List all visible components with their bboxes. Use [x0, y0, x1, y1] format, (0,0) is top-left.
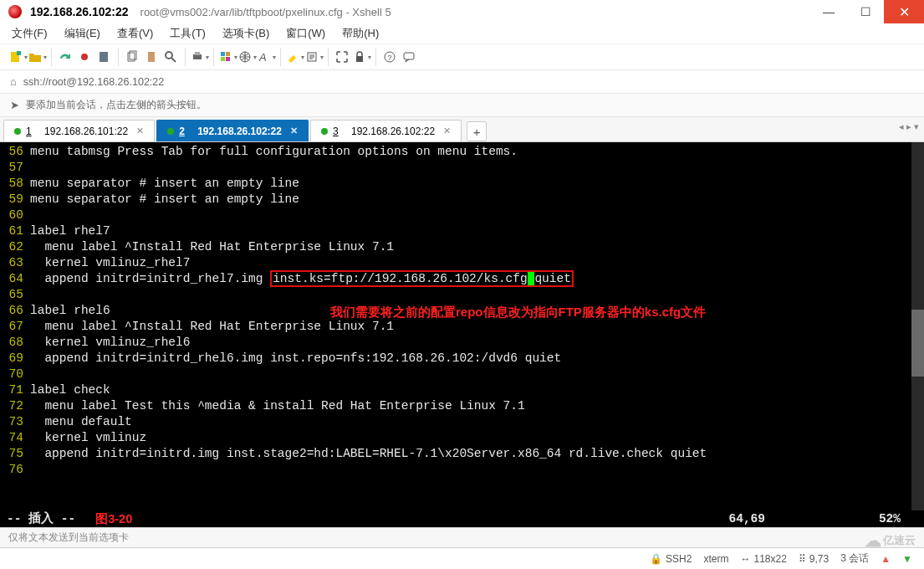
svg-rect-18: [356, 56, 363, 62]
svg-text:A: A: [258, 51, 267, 64]
encoding-button[interactable]: [237, 48, 256, 66]
menu-help[interactable]: 帮助(H): [339, 23, 382, 44]
terminal-line: 71label check: [0, 382, 924, 398]
terminal-line: 65: [0, 287, 924, 303]
find-button[interactable]: [161, 48, 180, 66]
properties-button[interactable]: [94, 48, 113, 66]
compose-placeholder: 仅将文本发送到当前选项卡: [8, 531, 129, 545]
terminal-line: 62 menu label ^Install Red Hat Enterpris…: [0, 239, 924, 255]
disconnect-button[interactable]: [75, 48, 94, 66]
new-session-button[interactable]: [8, 48, 27, 66]
vim-mode: -- 插入 --: [7, 511, 75, 527]
session-tab-3[interactable]: 3 192.168.26.102:22 ✕: [310, 120, 462, 141]
host-icon: ⌂: [10, 75, 17, 88]
svg-rect-3: [100, 52, 108, 62]
svg-rect-21: [404, 53, 414, 59]
open-button[interactable]: [28, 48, 46, 66]
terminal-line: 76: [0, 462, 924, 478]
svg-rect-12: [226, 52, 230, 56]
svg-rect-10: [195, 52, 200, 55]
svg-rect-13: [221, 57, 225, 61]
figure-label: 图3-20: [95, 511, 132, 527]
tab-nav-arrows[interactable]: ◂ ▸ ▾: [899, 121, 919, 132]
cursor-position: 64,69: [728, 511, 765, 527]
terminal-view[interactable]: 56menu tabmsg Press Tab for full configu…: [0, 142, 924, 527]
svg-rect-11: [221, 52, 225, 56]
download-arrow-icon: ▼: [902, 553, 912, 565]
menu-tools[interactable]: 工具(T): [166, 23, 209, 44]
status-dot-icon: [14, 128, 21, 135]
menu-tabs[interactable]: 选项卡(B): [219, 23, 273, 44]
vim-statusline: -- 插入 -- 图3-20 64,69 52%: [0, 510, 924, 527]
terminal-line: 70: [0, 367, 924, 382]
terminal-line: 57: [0, 160, 924, 176]
terminal-line: 63 kernel vmlinuz_rhel7: [0, 255, 924, 271]
lock-button[interactable]: [352, 48, 370, 66]
maximize-button[interactable]: ☐: [847, 0, 884, 23]
terminal-line: 73 menu default: [0, 414, 924, 430]
reconnect-button[interactable]: [56, 48, 74, 66]
menu-view[interactable]: 查看(V): [114, 23, 156, 44]
menu-edit[interactable]: 编辑(E): [61, 23, 104, 44]
status-dot-icon: [167, 128, 174, 135]
terminal-line: 61label rhel7: [0, 223, 924, 239]
terminal-line: 68 kernel vmlinuz_rhel6: [0, 335, 924, 351]
session-tabbar: 1 192.168.26.101:22 ✕ 2 192.168.26.102:2…: [0, 117, 924, 142]
svg-point-7: [166, 52, 172, 59]
address-text[interactable]: ssh://root@192.168.26.102:22: [23, 76, 164, 88]
status-bar: 🔒SSH2 xterm ↔118x22 ⠿9,73 3 会话 ▲ ▼ ☁亿速云: [0, 547, 924, 569]
feedback-button[interactable]: [400, 48, 418, 66]
status-sessions: 3 会话: [840, 551, 869, 566]
status-conn: 🔒SSH2: [650, 553, 692, 565]
resize-icon: ↔: [740, 553, 750, 565]
svg-rect-14: [226, 57, 230, 61]
svg-line-8: [171, 58, 176, 62]
annotation-text: 我们需要将之前的配置repo信息改为指向FTP服务器中的ks.cfg文件: [330, 304, 706, 320]
terminal-line: 59menu separator # insert an empty line: [0, 192, 924, 208]
compose-bar[interactable]: 仅将文本发送到当前选项卡: [0, 527, 924, 547]
svg-rect-6: [148, 52, 155, 62]
close-icon[interactable]: ✕: [443, 126, 451, 136]
info-bar: ➤ 要添加当前会话，点击左侧的箭头按钮。: [0, 94, 924, 117]
highlighted-segment: inst.ks=ftp://192.168.26.102/ks.cfg quie…: [270, 270, 574, 287]
close-button[interactable]: ✕: [884, 0, 924, 23]
status-size: ↔118x22: [740, 553, 786, 565]
terminal-line: 56menu tabmsg Press Tab for full configu…: [0, 144, 924, 160]
terminal-line: 67 menu label ^Install Red Hat Enterpris…: [0, 319, 924, 335]
paste-button[interactable]: [142, 48, 161, 66]
menu-file[interactable]: 文件(F): [8, 23, 51, 44]
help-button[interactable]: ?: [380, 48, 399, 66]
highlight-button[interactable]: [285, 48, 304, 66]
terminal-line: 64 append initrd=initrd_rhel7.img inst.k…: [0, 271, 924, 287]
toolbar: A ?: [0, 44, 924, 70]
svg-rect-1: [17, 51, 21, 55]
font-button[interactable]: A: [257, 48, 275, 66]
terminal-line: 74 kernel vmlinuz: [0, 430, 924, 446]
app-icon: [8, 5, 22, 18]
close-icon[interactable]: ✕: [136, 126, 144, 136]
close-icon[interactable]: ✕: [290, 126, 298, 136]
window-controls: — ☐ ✕: [810, 0, 924, 23]
print-button[interactable]: [190, 48, 208, 66]
scroll-percent: 52%: [879, 511, 901, 527]
address-bar: ⌂ ssh://root@192.168.26.102:22: [0, 70, 924, 94]
new-tab-button[interactable]: +: [467, 121, 487, 141]
status-dot-icon: [321, 128, 328, 135]
session-tab-2[interactable]: 2 192.168.26.102:22 ✕: [156, 120, 309, 141]
script-button[interactable]: [304, 48, 323, 66]
upload-arrow-icon: ▲: [881, 553, 891, 565]
color-scheme-button[interactable]: [218, 48, 237, 66]
terminal-line: 75 append initrd=initrd.img inst.stage2=…: [0, 446, 924, 462]
watermark-logo: ☁亿速云: [865, 531, 916, 551]
session-tab-1[interactable]: 1 192.168.26.101:22 ✕: [3, 120, 155, 141]
minimize-button[interactable]: —: [810, 0, 847, 23]
scrollbar-thumb[interactable]: [911, 310, 924, 377]
fullscreen-button[interactable]: [333, 48, 351, 66]
terminal-line: 58menu separator # insert an empty line: [0, 176, 924, 192]
menu-window[interactable]: 窗口(W): [283, 23, 329, 44]
scrollbar-track[interactable]: [911, 142, 924, 510]
pin-icon[interactable]: ➤: [10, 99, 19, 111]
terminal-line: 69 append initrd=initrd_rhel6.img inst.r…: [0, 351, 924, 367]
copy-button[interactable]: [123, 48, 141, 66]
window-subtitle: root@vms002:/var/lib/tftpboot/pxelinux.c…: [140, 6, 391, 18]
